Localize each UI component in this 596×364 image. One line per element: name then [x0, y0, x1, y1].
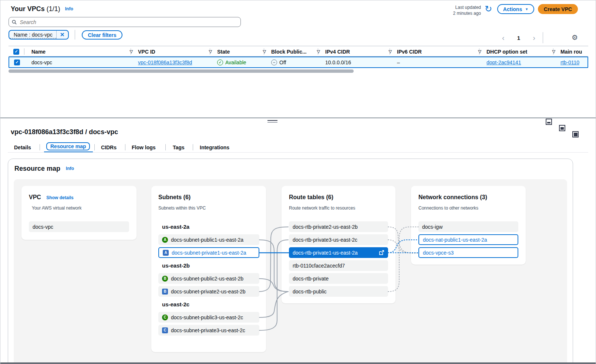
column-header-vpc-id[interactable]: VPC ID▽	[131, 46, 217, 57]
route-table-node-public[interactable]: docs-rtb-public	[289, 286, 388, 297]
vpcs-info-link[interactable]: Info	[65, 6, 73, 11]
vpc-detail-title: vpc-018f086a13f3c3f8d / docs-vpc	[11, 128, 118, 136]
page-number[interactable]: 1	[517, 35, 520, 41]
filter-chip-label: Name : docs-vpc	[10, 31, 56, 38]
subnets-card-subtitle: Subnets within this VPC	[158, 205, 206, 211]
private-subnet-badge: B	[162, 289, 168, 295]
network-node-nat-highlighted[interactable]: docs-nat-public1-us-east-2a	[418, 234, 518, 245]
zone-label-us-east-2a: us-east-2a	[162, 224, 189, 230]
vpc-card-title: VPC	[29, 194, 41, 200]
tab-details[interactable]: Details	[14, 144, 31, 150]
cell-ipv6-cidr: –	[390, 57, 486, 67]
subnets-card-title: Subnets (6)	[158, 194, 191, 201]
tab-resource-map[interactable]: Resource map	[46, 143, 90, 149]
split-panel-divider[interactable]	[0, 118, 596, 118]
private-subnet-badge: A	[163, 250, 169, 256]
route-tables-card-subtitle: Route network traffic to resources	[289, 205, 355, 211]
subnet-node-public2[interactable]: B docs-subnet-public2-us-east-2b	[158, 273, 259, 284]
column-header-block-public[interactable]: Block Public...▽	[264, 46, 325, 57]
vpc-show-details-link[interactable]: Show details	[46, 195, 73, 200]
header-checkbox-cell: ✓	[9, 46, 24, 57]
cell-state: ✓ Available	[211, 57, 271, 67]
table-row[interactable]: ✓ docs-vpc vpc-018f086a13f3c3f8d ✓ Avail…	[9, 57, 588, 68]
external-link-icon[interactable]	[379, 250, 384, 255]
page-title: Your VPCs (1/1) Info	[11, 5, 73, 13]
table-settings-gear-icon[interactable]: ⚙	[572, 33, 578, 42]
table-header: ✓ Name▽ VPC ID▽ State▽ Block Public...▽ …	[9, 46, 588, 57]
cell-block-public-access: − Off	[265, 57, 325, 67]
subnet-node-public1[interactable]: A docs-subnet-public1-us-east-2a	[158, 234, 259, 245]
resource-map-heading: Resource map Info	[14, 165, 74, 173]
route-table-node-private2[interactable]: docs-rtb-private2-us-east-2b	[289, 221, 388, 232]
caret-down-icon: ▼	[525, 7, 528, 11]
vpc-node-docs-vpc[interactable]: docs-vpc	[29, 221, 129, 232]
create-vpc-button[interactable]: Create VPC	[538, 4, 578, 14]
network-connections-card-subtitle: Connections to other networks	[418, 205, 478, 211]
column-header-main-route-table[interactable]: Main rou	[553, 46, 596, 57]
prev-page-icon[interactable]: ‹	[502, 34, 505, 42]
next-page-icon[interactable]: ›	[533, 34, 535, 42]
column-header-dhcp-option-set[interactable]: DHCP option set▽	[479, 46, 560, 57]
private-subnet-badge: C	[162, 327, 168, 333]
select-all-checkbox[interactable]: ✓	[13, 49, 19, 55]
horizontal-scrollbar[interactable]	[9, 69, 354, 73]
column-header-state[interactable]: State▽	[210, 46, 271, 57]
vpc-id-link[interactable]: vpc-018f086a13f3c3f8d	[138, 59, 192, 65]
zone-label-us-east-2c: us-east-2c	[162, 301, 189, 307]
subnet-node-private3[interactable]: C docs-subnet-private3-us-east-2c	[158, 325, 259, 336]
actions-button[interactable]: Actions ▼	[497, 4, 534, 14]
row-checkbox[interactable]: ✓	[14, 59, 20, 65]
column-header-name[interactable]: Name▽	[24, 46, 138, 57]
public-subnet-badge: C	[162, 314, 168, 320]
page-title-text: Your VPCs	[11, 5, 45, 13]
network-node-vpce-s3-highlighted[interactable]: docs-vpce-s3	[418, 247, 518, 258]
cell-ipv4-cidr: 10.0.0.0/16	[319, 57, 397, 67]
refresh-icon: ↻	[485, 4, 492, 14]
tabs-divider-line	[8, 152, 588, 153]
resource-map-info-link[interactable]: Info	[66, 166, 74, 171]
route-table-node-private[interactable]: docs-rtb-private	[289, 273, 388, 284]
filter-chip-close-icon[interactable]: ✕	[57, 31, 68, 38]
tab-integrations[interactable]: Integrations	[200, 144, 229, 150]
off-minus-icon: −	[271, 59, 277, 65]
zone-label-us-east-2b: us-east-2b	[162, 262, 190, 269]
dhcp-option-set-link[interactable]: dopt-2ac94141	[486, 59, 521, 65]
main-route-table-link[interactable]: rtb-0110	[560, 59, 579, 65]
route-table-node-rtb-0110[interactable]: rtb-0110cface2acecfd7	[289, 260, 388, 271]
pagination: ‹ 1 ›	[502, 33, 535, 42]
route-table-node-private3[interactable]: docs-rtb-private3-us-east-2c	[289, 234, 388, 245]
route-table-node-private1-selected[interactable]: docs-rtb-private1-us-east-2a	[289, 247, 388, 258]
pagination-divider	[543, 32, 543, 43]
search-icon	[12, 20, 17, 25]
panel-size-small-button[interactable]	[546, 119, 552, 125]
refresh-button[interactable]: ↻	[483, 4, 494, 14]
panel-size-full-button[interactable]	[572, 131, 579, 137]
filter-row-divider	[75, 30, 75, 40]
cell-vpc-id: vpc-018f086a13f3c3f8d	[131, 57, 217, 67]
page-title-count: (1/1)	[47, 5, 60, 13]
panel-size-half-button[interactable]	[559, 125, 565, 131]
search-box	[9, 17, 241, 27]
subnet-node-public3[interactable]: C docs-subnet-public3-us-east-2c	[158, 312, 259, 323]
network-connections-card-title: Network connections (3)	[418, 194, 487, 201]
public-subnet-badge: B	[162, 276, 168, 282]
vpc-card-subtitle: Your AWS virtual network	[32, 205, 82, 211]
window-bottom-edge	[0, 363, 596, 364]
subnet-node-private1-selected[interactable]: A docs-subnet-private1-us-east-2a	[158, 247, 259, 258]
cell-name: docs-vpc	[25, 57, 138, 67]
column-header-ipv6-cidr[interactable]: IPv6 CIDR▽	[390, 46, 486, 57]
tab-tags[interactable]: Tags	[173, 144, 185, 150]
split-panel-drag-handle[interactable]	[267, 120, 277, 123]
cell-dhcp-option-set: dopt-2ac94141	[480, 57, 560, 67]
available-check-icon: ✓	[217, 59, 223, 65]
network-node-igw[interactable]: docs-igw	[418, 221, 518, 232]
tab-cidrs[interactable]: CIDRs	[101, 144, 117, 150]
subnet-node-private2[interactable]: B docs-subnet-private2-us-east-2b	[158, 286, 259, 297]
filter-chip[interactable]: Name : docs-vpc ✕	[9, 30, 69, 40]
public-subnet-badge: A	[162, 237, 168, 243]
column-header-ipv4-cidr[interactable]: IPv4 CIDR▽	[318, 46, 397, 57]
clear-filters-button[interactable]: Clear filters	[82, 30, 122, 40]
search-input[interactable]	[19, 19, 238, 25]
vpc-console-page: Your VPCs (1/1) Info Last updated 2 minu…	[0, 0, 596, 364]
tab-flow-logs[interactable]: Flow logs	[132, 144, 156, 150]
